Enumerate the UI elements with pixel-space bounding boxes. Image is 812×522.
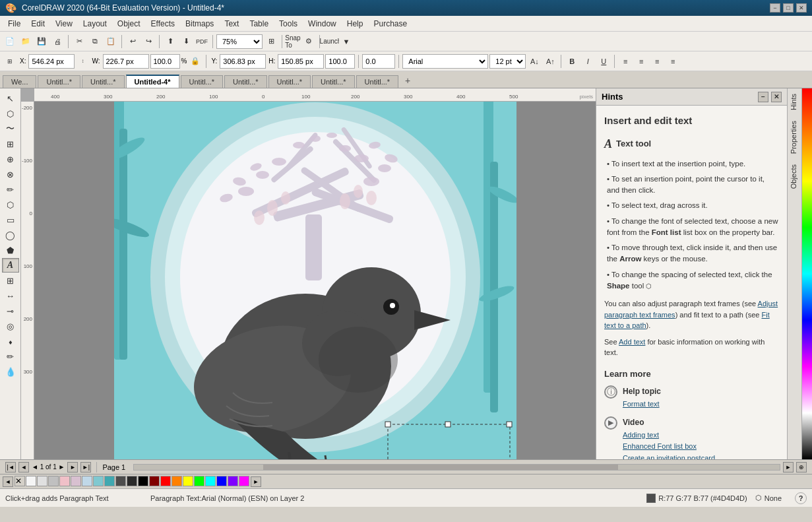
x-position-input[interactable] [28, 54, 75, 69]
help-button[interactable]: ? [795, 492, 807, 504]
export-button[interactable]: ⬇ [179, 34, 193, 49]
menu-tools[interactable]: Tools [274, 18, 303, 30]
align-center-button[interactable]: ≡ [634, 54, 648, 69]
tab-untitled-9[interactable]: Untitl...* [356, 75, 399, 88]
pointer-tool[interactable]: ↖ [2, 91, 19, 106]
paste-button[interactable]: 📋 [104, 34, 118, 49]
width-input[interactable] [103, 54, 149, 69]
blue-swatch[interactable] [216, 476, 227, 486]
rectangle-tool[interactable]: ▭ [2, 212, 19, 227]
scroll-right-button[interactable]: ► [783, 462, 794, 473]
parallel-dim-tool[interactable]: ⊗ [2, 167, 19, 181]
launch-button[interactable]: Launch [323, 34, 338, 49]
align-right-button[interactable]: ≡ [650, 54, 664, 69]
menu-window[interactable]: Window [303, 18, 342, 30]
next-page-button[interactable]: ► [67, 462, 78, 473]
redo-button[interactable]: ↪ [141, 34, 156, 49]
new-button[interactable]: 📄 [3, 34, 17, 49]
menu-purchase[interactable]: Purchase [368, 18, 412, 30]
tab-untitled-4[interactable]: Untitled-4* [126, 75, 179, 88]
menu-object[interactable]: Object [112, 18, 146, 30]
light-blue-swatch[interactable] [82, 476, 92, 486]
tab-untitled-6[interactable]: Untitl...* [224, 75, 267, 88]
italic-button[interactable]: I [580, 54, 595, 69]
menu-bitmaps[interactable]: Bitmaps [180, 18, 219, 30]
yellow-swatch[interactable] [183, 476, 193, 486]
palette-left-button[interactable]: ◄ [3, 476, 13, 487]
zoom-tools-button[interactable]: ⊞ [264, 34, 278, 49]
smart-fill-tool[interactable]: ⬡ [2, 197, 19, 212]
scale-x-input[interactable] [150, 54, 180, 69]
connector-tool[interactable]: ⊸ [2, 304, 19, 318]
gray-swatch[interactable] [48, 476, 59, 486]
pink-swatch[interactable] [59, 476, 70, 486]
first-page-button[interactable]: |◄ [5, 462, 16, 473]
tab-untitled-1[interactable]: Untitl...* [38, 75, 80, 88]
tab-untitled-5[interactable]: Untitl...* [181, 75, 224, 88]
cyan-swatch[interactable] [205, 476, 216, 486]
close-button[interactable]: ✕ [796, 3, 807, 13]
prev-page-button[interactable]: ◄ [18, 462, 29, 473]
launch-dropdown[interactable]: ▼ [339, 34, 354, 49]
tab-untitled-7[interactable]: Untitl...* [268, 75, 311, 88]
snap-to-button[interactable]: Snap To [286, 34, 300, 49]
minimize-button[interactable]: − [770, 3, 780, 13]
no-color-swatch[interactable]: ✕ [15, 476, 25, 486]
add-text-link[interactable]: Add text [619, 338, 645, 346]
new-tab-button[interactable]: + [400, 73, 416, 88]
orange-swatch[interactable] [172, 476, 182, 486]
fill-tool[interactable]: ⬧ [2, 334, 19, 348]
parallel-dim-tool2[interactable]: ↔ [2, 288, 19, 303]
last-page-button[interactable]: ►| [80, 462, 91, 473]
menu-help[interactable]: Help [342, 18, 369, 30]
print-button[interactable]: 🖨 [50, 34, 65, 49]
font-select[interactable]: Arial [402, 54, 488, 69]
menu-edit[interactable]: Edit [26, 18, 50, 30]
very-dark-swatch[interactable] [127, 476, 137, 486]
canvas-area[interactable]: pixels 400 300 200 100 0 100 200 300 400… [21, 88, 596, 459]
zoom-tool[interactable]: ⊕ [2, 152, 19, 166]
freehand-tool[interactable]: 〜 [2, 121, 19, 136]
teal-swatch[interactable] [93, 476, 104, 486]
menu-layout[interactable]: Layout [78, 18, 112, 30]
polygon-tool[interactable]: ⬟ [2, 243, 19, 257]
invitation-postcard-link[interactable]: Create an invitation postcard [623, 453, 715, 460]
font-size-select[interactable]: 12 pt [489, 54, 526, 69]
rotation-input[interactable] [362, 54, 395, 69]
black-swatch[interactable] [138, 476, 148, 486]
tab-untitled-2[interactable]: Untitl...* [82, 75, 125, 88]
underline-button[interactable]: U [596, 54, 611, 69]
align-left-button[interactable]: ≡ [618, 54, 633, 69]
objects-tab[interactable]: Objects [788, 159, 801, 194]
justify-button[interactable]: ≡ [666, 54, 680, 69]
tab-we[interactable]: We... [3, 75, 36, 88]
color-eyedropper-tool[interactable]: 💧 [2, 364, 19, 379]
text-tool[interactable]: A [2, 258, 19, 273]
enhanced-font-link[interactable]: Enhanced Font list box [623, 441, 715, 452]
decrease-font-button[interactable]: A↓ [527, 54, 542, 69]
scale-y-input[interactable] [325, 54, 355, 69]
cut-button[interactable]: ✂ [72, 34, 86, 49]
dark-gray-swatch[interactable] [115, 476, 126, 486]
properties-tab[interactable]: Properties [788, 115, 801, 159]
hints-minimize-button[interactable]: − [758, 92, 768, 102]
menu-file[interactable]: File [3, 18, 26, 30]
crop-tool[interactable]: ⊞ [2, 137, 19, 151]
adjust-paragraph-link[interactable]: Adjust paragraph text frames [604, 300, 778, 319]
copy-button[interactable]: ⧉ [88, 34, 102, 49]
lock-ratio-button[interactable]: 🔒 [188, 54, 203, 69]
increase-font-button[interactable]: A↑ [543, 54, 557, 69]
bold-button[interactable]: B [565, 54, 579, 69]
effects-tool[interactable]: ◎ [2, 319, 19, 333]
menu-effects[interactable]: Effects [146, 18, 180, 30]
undo-button[interactable]: ↩ [125, 34, 140, 49]
open-button[interactable]: 📁 [18, 34, 33, 49]
mauve-swatch[interactable] [71, 476, 81, 486]
magenta-swatch[interactable] [239, 476, 249, 486]
green-swatch[interactable] [194, 476, 204, 486]
zoom-select[interactable]: 75% [216, 34, 263, 49]
light-gray-swatch[interactable] [37, 476, 47, 486]
import-button[interactable]: ⬆ [163, 34, 177, 49]
maximize-button[interactable]: □ [783, 3, 794, 13]
ellipse-tool[interactable]: ◯ [2, 228, 19, 242]
